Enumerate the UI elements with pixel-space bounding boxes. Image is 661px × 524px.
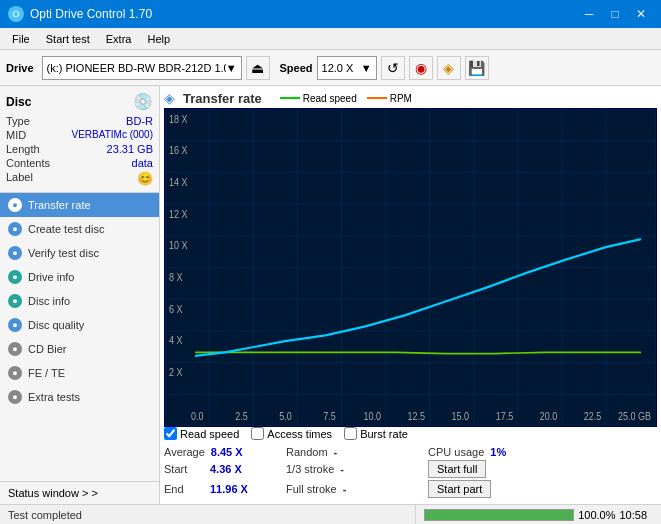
stat-start-row: Start 4.36 X xyxy=(164,460,284,478)
progress-area: 100.0% 10:58 xyxy=(416,505,661,524)
disc-section-title: Disc xyxy=(6,95,31,109)
nav-section: ● Transfer rate ● Create test disc ● Ver… xyxy=(0,193,159,504)
svg-text:10 X: 10 X xyxy=(169,240,188,252)
progress-bar-fill xyxy=(425,510,573,520)
menu-start-test[interactable]: Start test xyxy=(38,31,98,47)
svg-text:12 X: 12 X xyxy=(169,208,188,220)
status-window-button[interactable]: Status window > > xyxy=(0,481,159,504)
nav-create-test-disc[interactable]: ● Create test disc xyxy=(0,217,159,241)
disc-type-value: BD-R xyxy=(126,115,153,127)
nav-extra-tests[interactable]: ● Extra tests xyxy=(0,385,159,409)
svg-text:14 X: 14 X xyxy=(169,176,188,188)
nav-fe-te[interactable]: ● FE / TE xyxy=(0,361,159,385)
stat-1-3-stroke-label: 1/3 stroke xyxy=(286,463,334,475)
svg-text:17.5: 17.5 xyxy=(496,411,514,423)
nav-disc-quality[interactable]: ● Disc quality xyxy=(0,313,159,337)
disc-contents-value[interactable]: data xyxy=(132,157,153,169)
minimize-button[interactable]: ─ xyxy=(577,4,601,24)
svg-text:12.5: 12.5 xyxy=(407,411,425,423)
disc-button[interactable]: ◉ xyxy=(409,56,433,80)
app-title: Opti Drive Control 1.70 xyxy=(30,7,152,21)
nav-cd-bier[interactable]: ● CD Bier xyxy=(0,337,159,361)
access-times-checkbox[interactable] xyxy=(251,427,264,440)
close-button[interactable]: ✕ xyxy=(629,4,653,24)
stat-start-value: 4.36 X xyxy=(210,463,242,475)
read-speed-checkbox-label: Read speed xyxy=(180,428,239,440)
disc-length-value: 23.31 GB xyxy=(107,143,153,155)
nav-transfer-rate[interactable]: ● Transfer rate xyxy=(0,193,159,217)
start-part-button[interactable]: Start part xyxy=(428,480,491,498)
svg-text:15.0: 15.0 xyxy=(452,411,470,423)
svg-text:10.0: 10.0 xyxy=(363,411,381,423)
stat-random-label: Random xyxy=(286,446,328,458)
svg-text:0.0: 0.0 xyxy=(191,411,204,423)
drive-label: Drive xyxy=(6,62,34,74)
access-times-checkbox-label: Access times xyxy=(267,428,332,440)
disc-mid-label: MID xyxy=(6,129,26,141)
svg-text:2 X: 2 X xyxy=(169,367,183,379)
chart-area: ◈ Transfer rate Read speed RPM xyxy=(160,86,661,504)
title-bar: O Opti Drive Control 1.70 ─ □ ✕ xyxy=(0,0,661,28)
disc-panel: Disc 💿 Type BD-R MID VERBATIMc (000) Len… xyxy=(0,86,159,193)
chart-svg: 18 X 16 X 14 X 12 X 10 X 8 X 6 X 4 X 2 X… xyxy=(165,109,656,426)
burst-rate-checkbox[interactable] xyxy=(344,427,357,440)
disc-label-icon[interactable]: 😊 xyxy=(137,171,153,186)
nav-verify-test-disc-label: Verify test disc xyxy=(28,247,99,259)
start-full-button[interactable]: Start full xyxy=(428,460,486,478)
stat-full-stroke-value: - xyxy=(343,483,347,495)
maximize-button[interactable]: □ xyxy=(603,4,627,24)
stat-average-label: Average xyxy=(164,446,205,458)
nav-verify-test-disc[interactable]: ● Verify test disc xyxy=(0,241,159,265)
rpm-legend-color xyxy=(367,97,387,99)
svg-text:25.0 GB: 25.0 GB xyxy=(618,411,651,423)
app-icon: O xyxy=(8,6,24,22)
menu-file[interactable]: File xyxy=(4,31,38,47)
rpm-legend-label: RPM xyxy=(390,93,412,104)
disc-icon[interactable]: 💿 xyxy=(133,92,153,111)
drive-info-icon: ● xyxy=(8,270,22,284)
save-button[interactable]: 💾 xyxy=(465,56,489,80)
svg-text:6 X: 6 X xyxy=(169,303,183,315)
nav-drive-info[interactable]: ● Drive info xyxy=(0,265,159,289)
nav-extra-tests-label: Extra tests xyxy=(28,391,80,403)
disc-label-label: Label xyxy=(6,171,33,186)
nav-disc-info[interactable]: ● Disc info xyxy=(0,289,159,313)
read-speed-checkbox[interactable] xyxy=(164,427,177,440)
disc-mid-value: VERBATIMc (000) xyxy=(72,129,154,141)
refresh-button[interactable]: ↺ xyxy=(381,56,405,80)
verify-test-disc-icon: ● xyxy=(8,246,22,260)
stat-cpu-row: CPU usage 1% xyxy=(428,446,657,458)
svg-text:8 X: 8 X xyxy=(169,272,183,284)
stat-start-part-row: Start part xyxy=(428,480,657,498)
menu-help[interactable]: Help xyxy=(139,31,178,47)
status-time: 10:58 xyxy=(619,509,653,521)
erase-button[interactable]: ◈ xyxy=(437,56,461,80)
read-speed-legend-color xyxy=(280,97,300,99)
stat-full-stroke-row: Full stroke - xyxy=(286,480,426,498)
menu-extra[interactable]: Extra xyxy=(98,31,140,47)
svg-text:7.5: 7.5 xyxy=(323,411,336,423)
chart-icon: ◈ xyxy=(164,90,175,106)
nav-drive-info-label: Drive info xyxy=(28,271,74,283)
stat-full-stroke-label: Full stroke xyxy=(286,483,337,495)
create-test-disc-icon: ● xyxy=(8,222,22,236)
speed-select[interactable]: 12.0 X ▼ xyxy=(317,56,377,80)
stat-cpu-value: 1% xyxy=(490,446,506,458)
eject-button[interactable]: ⏏ xyxy=(246,56,270,80)
checkboxes-row: Read speed Access times Burst rate xyxy=(164,427,657,440)
disc-length-label: Length xyxy=(6,143,40,155)
drive-select[interactable]: (k:) PIONEER BD-RW BDR-212D 1.01 ▼ xyxy=(42,56,242,80)
disc-contents-label: Contents xyxy=(6,157,50,169)
progress-percent: 100.0% xyxy=(578,509,615,521)
nav-create-test-disc-label: Create test disc xyxy=(28,223,104,235)
svg-text:2.5: 2.5 xyxy=(235,411,248,423)
disc-info-icon: ● xyxy=(8,294,22,308)
stat-average-row: Average 8.45 X xyxy=(164,446,284,458)
stat-cpu-label: CPU usage xyxy=(428,446,484,458)
svg-text:4 X: 4 X xyxy=(169,335,183,347)
stat-start-label: Start xyxy=(164,463,204,475)
extra-tests-icon: ● xyxy=(8,390,22,404)
svg-text:5.0: 5.0 xyxy=(279,411,292,423)
nav-cd-bier-label: CD Bier xyxy=(28,343,67,355)
chart-container: 18 X 16 X 14 X 12 X 10 X 8 X 6 X 4 X 2 X… xyxy=(164,108,657,427)
